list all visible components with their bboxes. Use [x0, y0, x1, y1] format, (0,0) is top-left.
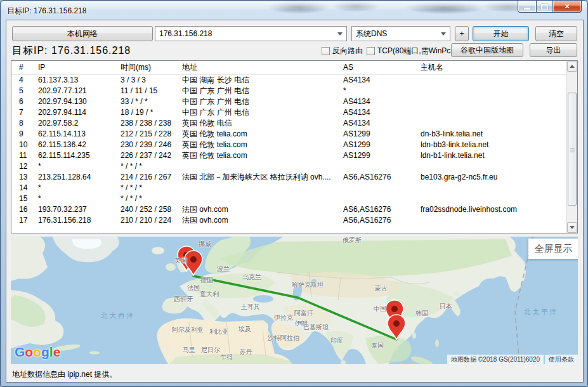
column-header: AS	[343, 61, 353, 74]
arrow-up-icon	[570, 65, 575, 68]
table-cell: 33 / * / *	[121, 96, 148, 107]
table-row[interactable]: 12** / * / *	[11, 161, 577, 172]
scroll-down-button[interactable]	[567, 222, 577, 233]
table-cell: 14	[19, 183, 27, 194]
table-cell: ldn-b1-link.telia.net	[421, 150, 485, 161]
table-cell: AS4134	[343, 118, 370, 129]
caption-buttons: ✕	[518, 1, 582, 13]
table-cell: AS6,AS16276	[343, 172, 391, 183]
vertical-scrollbar[interactable]	[566, 61, 577, 233]
fullscreen-button[interactable]: 全屏显示	[528, 239, 578, 259]
table-cell: AS6,AS16276	[343, 204, 391, 215]
table-row[interactable]: 14** / * / *	[11, 183, 577, 194]
column-header: 时间(ms)	[121, 61, 151, 74]
google-logo-letter: o	[33, 344, 41, 359]
table-cell: ldn-bb3-link.telia.net	[421, 140, 488, 150]
close-icon: ✕	[564, 3, 570, 10]
table-cell: 英国 伦敦 电信	[182, 118, 232, 129]
table-cell: 中国 广东 广州 电信	[182, 96, 249, 107]
table-cell: 193.70.32.237	[38, 204, 87, 215]
start-button[interactable]: 开始	[473, 26, 529, 41]
table-cell: AS6,AS16276	[343, 215, 391, 226]
reverse-route-checkbox[interactable]: 反向路由	[322, 46, 363, 56]
table-cell: 210 / 210 / 224	[121, 215, 171, 226]
table-cell: 62.115.136.42	[38, 140, 86, 150]
table-row[interactable]: 15** / * / *	[11, 194, 577, 204]
table-cell: AS4134	[343, 107, 370, 118]
table-cell: 法国 北部－加来海峡大区 格拉沃利讷 ovh....	[182, 172, 331, 183]
target-ip-combobox[interactable]: 176.31.156.218	[155, 26, 347, 41]
local-network-button[interactable]: 本机网络	[12, 26, 153, 41]
table-cell: 中国 广东 广州 电信	[182, 107, 249, 118]
table-cell: 中国 广东 广州 电信	[182, 86, 249, 96]
table-row[interactable]: 13213.251.128.64214 / 216 / 267法国 北部－加来海…	[11, 172, 577, 183]
table-row[interactable]: 6202.97.94.13033 / * / *中国 广东 广州 电信AS413…	[11, 96, 577, 107]
arrow-down-icon	[570, 226, 575, 229]
table-cell: 212 / 215 / 228	[121, 129, 171, 140]
table-cell: 3 / 3 / 3	[121, 75, 146, 86]
table-cell: 238 / 238 / 238	[121, 118, 171, 129]
table-cell: AS1299	[343, 129, 370, 140]
table-cell: 240 / 252 / 258	[121, 204, 171, 215]
minimize-icon	[524, 8, 530, 10]
google-logo-letter: G	[15, 344, 25, 359]
table-cell: 202.97.94.114	[38, 107, 86, 118]
table-cell: 15	[19, 194, 27, 204]
table-cell: 18 / 19 / *	[121, 107, 153, 118]
reverse-route-label: 反向路由	[332, 46, 363, 56]
table-cell: 230 / 239 / 246	[121, 140, 171, 150]
maximize-button[interactable]	[536, 1, 553, 13]
table-row[interactable]: 7202.97.94.11418 / 19 / *中国 广东 广州 电信AS41…	[11, 107, 577, 118]
column-header: 地址	[182, 61, 197, 74]
table-cell: 10	[19, 140, 27, 150]
table-cell: 12	[19, 161, 27, 172]
chevron-down-icon[interactable]	[337, 32, 343, 36]
table-row[interactable]: 1062.115.136.42230 / 239 / 246英国 伦敦 teli…	[11, 140, 577, 150]
table-row[interactable]: 17176.31.156.218210 / 210 / 224法国 ovh.co…	[11, 215, 577, 226]
checkbox-icon[interactable]	[322, 47, 330, 55]
minimize-button[interactable]	[518, 1, 536, 13]
table-cell: *	[38, 161, 41, 172]
google-china-map-button[interactable]: 谷歌中国版地图	[451, 43, 523, 57]
table-cell: 法国 ovh.com	[182, 215, 228, 226]
scroll-up-button[interactable]	[567, 61, 577, 72]
close-button[interactable]: ✕	[553, 1, 582, 13]
chevron-down-icon[interactable]	[441, 32, 446, 36]
google-logo-letter: o	[25, 344, 33, 359]
table-row[interactable]: 962.115.14.113212 / 215 / 228英国 伦敦 telia…	[11, 129, 577, 140]
scrollbar-thumb[interactable]	[568, 93, 577, 206]
table-cell: 5	[19, 86, 23, 96]
table-row[interactable]: 5202.97.77.12111 / 11 / 15中国 广东 广州 电信*	[11, 86, 577, 96]
target-ip-label: 目标IP: 176.31.156.218	[12, 44, 131, 58]
table-cell: * / * / *	[121, 194, 142, 204]
table-cell: 202.97.58.2	[38, 118, 78, 129]
add-target-button[interactable]: +	[455, 26, 469, 41]
table-cell: 7	[19, 107, 23, 118]
column-header: 主机名	[421, 61, 443, 74]
status-bar: 地址数据信息由 ipip.net 提供。	[12, 369, 117, 380]
table-cell: 13	[19, 172, 27, 183]
table-row[interactable]: 16193.70.32.237240 / 252 / 258法国 ovh.com…	[11, 204, 577, 215]
google-logo[interactable]: Google	[15, 344, 60, 360]
title-bar[interactable]: 目标IP: 176.31.156.218 ✕	[1, 1, 587, 20]
table-row[interactable]: 461.137.3.133 / 3 / 3中国 湖南 长沙 电信AS4134	[11, 75, 577, 86]
terms-link[interactable]: 使用条款	[545, 355, 578, 364]
table-cell: 中国 湖南 长沙 电信	[182, 75, 249, 86]
table-cell: *	[38, 194, 41, 204]
table-cell: 17	[19, 215, 27, 226]
table-cell: 214 / 216 / 267	[121, 172, 171, 183]
table-cell: dn-b3-link.telia.net	[421, 129, 483, 140]
route-map[interactable]: 挪威俄罗斯英国波兰乌克兰德国法国意大利西班牙土耳其伊拉克伊朗沙特阿拉伯埃及利比亚…	[11, 237, 578, 364]
table-cell: 法国 ovh.com	[182, 204, 228, 215]
export-button[interactable]: 导出	[530, 43, 577, 57]
table-cell: 226 / 237 / 242	[121, 150, 171, 161]
clear-button[interactable]: 清空	[535, 26, 577, 41]
table-row[interactable]: 1162.115.114.235226 / 237 / 242英国 伦敦 tel…	[11, 150, 577, 161]
table-cell: 16	[19, 204, 27, 215]
table-cell: 202.97.94.130	[38, 96, 87, 107]
google-logo-letter: e	[53, 344, 61, 359]
checkbox-icon[interactable]	[367, 47, 375, 55]
table-cell: 62.115.14.113	[38, 129, 86, 140]
table-row[interactable]: 8202.97.58.2238 / 238 / 238英国 伦敦 电信AS413…	[11, 118, 577, 129]
dns-combobox[interactable]: 系统DNS	[351, 26, 450, 41]
